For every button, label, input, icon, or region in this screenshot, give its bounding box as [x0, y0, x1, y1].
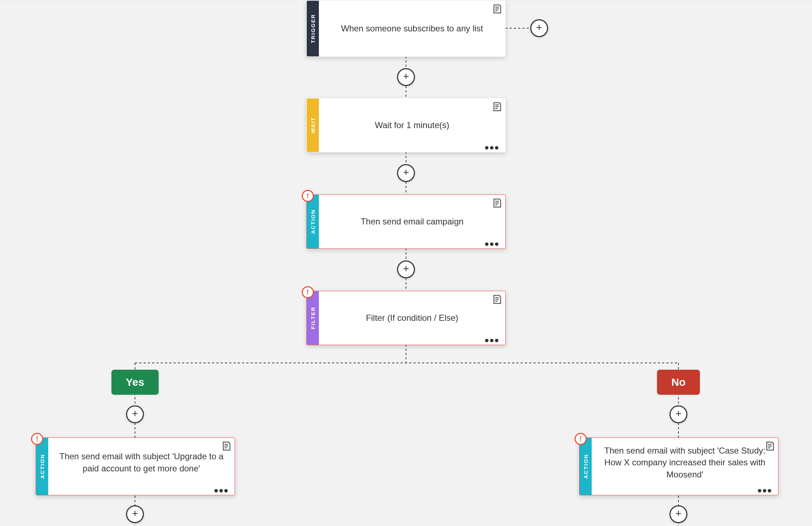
action-tab: ACTION	[580, 438, 592, 495]
more-icon[interactable]: •••	[214, 489, 229, 492]
error-badge-icon: !	[302, 286, 314, 298]
more-icon[interactable]: •••	[757, 489, 772, 492]
branch-no-label: No	[657, 370, 700, 395]
trigger-tab: TRIGGER	[307, 1, 319, 56]
wait-tab-label: WAIT	[310, 117, 316, 133]
note-icon[interactable]	[492, 101, 502, 112]
more-icon[interactable]: •••	[485, 146, 500, 149]
error-badge-icon: !	[575, 433, 587, 445]
wait-text: Wait for 1 minute(s)	[319, 98, 505, 152]
action-tab-label: ACTION	[310, 209, 316, 234]
more-icon[interactable]: •••	[485, 242, 500, 246]
action-tab-label: ACTION	[39, 454, 45, 479]
add-step-button-yes-1[interactable]	[126, 405, 144, 423]
add-step-button-no-2[interactable]	[670, 505, 687, 523]
action-yes-text: Then send email with subject 'Upgrade to…	[48, 438, 235, 495]
add-step-button-yes-2[interactable]	[126, 505, 144, 523]
add-step-button-no-1[interactable]	[670, 405, 687, 423]
action-tab: ACTION	[36, 438, 48, 495]
action-send-campaign-node[interactable]: ! ACTION Then send email campaign •••	[306, 194, 506, 249]
note-icon[interactable]	[492, 4, 502, 14]
action-no-text: Then send email with subject 'Case Study…	[592, 438, 778, 495]
note-icon[interactable]	[492, 294, 502, 305]
note-icon[interactable]	[221, 441, 232, 451]
add-step-button-3[interactable]	[397, 261, 415, 278]
filter-node[interactable]: ! FILTER Filter (If condition / Else) ••…	[306, 291, 506, 345]
automation-canvas[interactable]: TRIGGER When someone subscribes to any l…	[0, 0, 812, 526]
more-icon[interactable]: •••	[485, 338, 500, 342]
trigger-tab-label: TRIGGER	[310, 14, 316, 43]
action-yes-node[interactable]: ! ACTION Then send email with subject 'U…	[36, 438, 235, 495]
wait-tab: WAIT	[307, 98, 319, 152]
note-icon[interactable]	[765, 441, 775, 451]
trigger-text: When someone subscribes to any list	[319, 1, 505, 56]
add-step-button-1[interactable]	[397, 68, 415, 86]
filter-tab: FILTER	[307, 291, 319, 345]
note-icon[interactable]	[492, 198, 502, 208]
filter-tab-label: FILTER	[310, 307, 316, 329]
wait-node[interactable]: WAIT Wait for 1 minute(s) •••	[306, 98, 506, 152]
error-badge-icon: !	[31, 433, 43, 445]
action-no-node[interactable]: ! ACTION Then send email with subject 'C…	[579, 438, 778, 495]
action-tab-label: ACTION	[583, 454, 589, 479]
error-badge-icon: !	[302, 190, 314, 202]
add-step-button-2[interactable]	[397, 164, 415, 182]
action-tab: ACTION	[307, 195, 319, 248]
add-trigger-button[interactable]	[530, 19, 548, 37]
trigger-node[interactable]: TRIGGER When someone subscribes to any l…	[306, 0, 506, 57]
filter-text: Filter (If condition / Else)	[319, 291, 505, 345]
action-text: Then send email campaign	[319, 195, 505, 248]
branch-yes-label: Yes	[111, 370, 159, 395]
